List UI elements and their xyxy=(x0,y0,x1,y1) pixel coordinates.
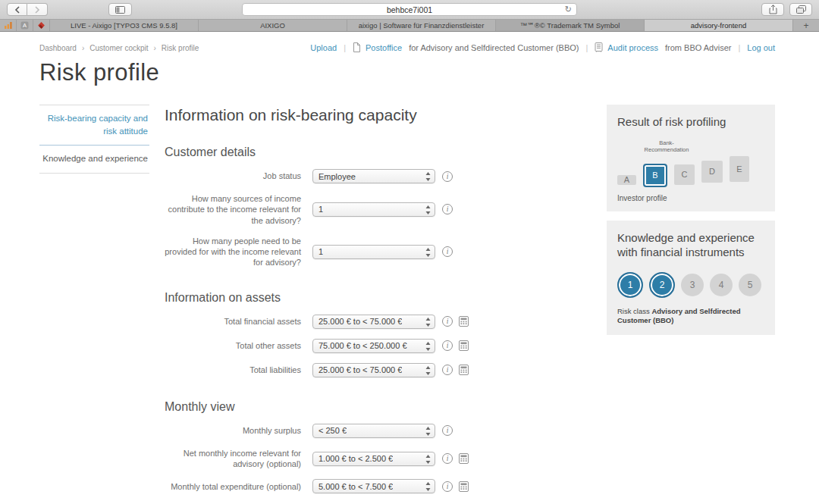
red-diamond-icon xyxy=(37,21,46,30)
info-icon[interactable]: i xyxy=(442,340,453,351)
letter-a-icon: A xyxy=(20,21,29,30)
reload-icon[interactable]: ↻ xyxy=(565,5,572,14)
postoffice-suffix: for Advisory and Selfdirected Customer (… xyxy=(409,43,579,52)
form-row-income-sources: How many sources of income contribute to… xyxy=(165,193,601,226)
select-value: 25.000 € to < 75.000 € xyxy=(318,317,402,326)
grade-box-e: E xyxy=(730,156,749,182)
total-other-assets-select[interactable]: 75.000 € to < 250.000 € xyxy=(312,339,435,353)
pinned-tab-aixigo[interactable] xyxy=(33,20,50,31)
level-scale: 1 2 3 4 5 xyxy=(617,272,764,298)
info-icon[interactable]: i xyxy=(442,246,453,257)
level-circle-4: 4 xyxy=(710,274,733,296)
info-icon[interactable]: i xyxy=(442,204,453,214)
info-icon[interactable]: i xyxy=(442,481,453,492)
select-value: 25.000 € to < 75.000 € xyxy=(318,365,402,374)
action-separator: | xyxy=(344,43,346,52)
field-label: Job status xyxy=(165,171,301,181)
grade-box-c: C xyxy=(674,164,695,185)
logout-link[interactable]: Log out xyxy=(747,43,775,52)
calculator-icon[interactable] xyxy=(459,481,469,492)
income-sources-select[interactable]: 1 xyxy=(312,202,435,217)
field-label: Monthly surplus xyxy=(165,425,301,436)
result-column: Result of risk profiling Bank- Recommend… xyxy=(607,105,775,503)
select-stepper-icon xyxy=(425,482,431,491)
tab-aixigo-software[interactable]: aixigo | Software für Finanzdienstleiste… xyxy=(347,20,496,31)
form-row-monthly-expenditure: Monthly total expenditure (optional) 5.0… xyxy=(165,479,601,493)
nav-buttons xyxy=(7,3,48,16)
select-stepper-icon xyxy=(425,366,431,375)
tab-advisory-frontend[interactable]: advisory-frontend xyxy=(645,20,793,31)
calculator-icon[interactable] xyxy=(459,316,469,327)
info-icon[interactable]: i xyxy=(442,425,453,436)
select-stepper-icon xyxy=(425,342,431,351)
breadcrumb-customer-cockpit[interactable]: Customer cockpit xyxy=(89,44,148,52)
monthly-surplus-select[interactable]: < 250 € xyxy=(312,424,435,438)
calculator-icon[interactable] xyxy=(459,365,469,375)
tab-overview-icon xyxy=(796,5,806,14)
form-row-net-monthly-income: Net monthly income relevant for advisory… xyxy=(165,448,601,470)
back-button[interactable] xyxy=(7,3,27,16)
job-status-select[interactable]: Employee xyxy=(312,169,435,183)
total-liabilities-select[interactable]: 25.000 € to < 75.000 € xyxy=(312,363,435,377)
field-label: Total financial assets xyxy=(165,316,301,327)
level-circle-5: 5 xyxy=(739,274,761,296)
section-title-monthly: Monthly view xyxy=(165,400,601,414)
action-separator: | xyxy=(738,43,740,52)
sidebar-item-knowledge[interactable]: Knowledge and experience xyxy=(39,146,149,174)
tab-typo3[interactable]: LIVE - Aixigo [TYPO3 CMS 9.5.8] xyxy=(50,20,199,31)
risk-profiling-panel: Result of risk profiling Bank- Recommend… xyxy=(607,105,775,211)
people-provided-select[interactable]: 1 xyxy=(312,245,435,259)
header-actions: Upload | Postoffice for Advisory and Sel… xyxy=(310,42,775,52)
audit-icon xyxy=(595,42,603,52)
new-tab-button[interactable]: + xyxy=(793,20,819,31)
info-icon[interactable]: i xyxy=(442,365,453,375)
share-button[interactable] xyxy=(761,3,784,16)
level-circle-1-selected: 1 xyxy=(617,272,643,298)
upload-link[interactable]: Upload xyxy=(310,43,337,52)
breadcrumb-separator: › xyxy=(82,44,84,52)
select-value: 1 xyxy=(318,247,323,256)
risk-profiling-title: Result of risk profiling xyxy=(617,114,764,130)
net-monthly-income-select[interactable]: 1.000 € to < 2.500 € xyxy=(312,452,435,466)
select-value: 1 xyxy=(318,205,323,214)
field-label: Total other assets xyxy=(165,340,301,351)
calculator-icon[interactable] xyxy=(459,340,469,351)
form-row-other-assets: Total other assets 75.000 € to < 250.000… xyxy=(165,339,601,353)
section-nav: Risk-bearing capacity and risk attitude … xyxy=(39,105,149,503)
level-circle-3: 3 xyxy=(681,274,704,296)
form-row-job-status: Job status Employee i xyxy=(165,169,601,183)
sidebar-toggle-button[interactable] xyxy=(108,3,132,16)
section-title-assets: Information on assets xyxy=(165,291,601,305)
tab-aixigo[interactable]: AIXIGO xyxy=(199,20,347,31)
breadcrumb-separator: › xyxy=(154,44,156,52)
tab-overview-button[interactable] xyxy=(789,3,812,16)
select-value: 1.000 € to < 2.500 € xyxy=(318,454,393,463)
field-label: Monthly total expenditure (optional) xyxy=(165,481,301,492)
info-icon[interactable]: i xyxy=(442,453,453,464)
breadcrumb-dashboard[interactable]: Dashboard xyxy=(39,44,77,52)
postoffice-link[interactable]: Postoffice xyxy=(366,43,402,52)
address-bar[interactable]: behbce7i001 ↻ xyxy=(242,3,577,16)
monthly-expenditure-select[interactable]: 5.000 € to < 7.500 € xyxy=(312,479,435,493)
calculator-icon[interactable] xyxy=(459,453,469,464)
tab-bar: A LIVE - Aixigo [TYPO3 CMS 9.5.8] AIXIGO… xyxy=(0,20,819,32)
knowledge-panel-title: Knowledge and experience with financial … xyxy=(617,230,764,260)
select-stepper-icon xyxy=(425,318,431,327)
level-circle-2-selected: 2 xyxy=(649,272,675,298)
forward-chevron-icon xyxy=(34,6,40,14)
back-chevron-icon xyxy=(14,6,20,14)
info-icon[interactable]: i xyxy=(442,316,453,327)
forward-button[interactable] xyxy=(27,3,48,16)
field-label: Total liabilities xyxy=(165,365,301,375)
select-stepper-icon xyxy=(425,427,431,436)
svg-text:A: A xyxy=(23,22,27,29)
audit-process-link[interactable]: Audit process xyxy=(607,43,658,52)
info-icon[interactable]: i xyxy=(442,171,453,182)
form-row-liabilities: Total liabilities 25.000 € to < 75.000 €… xyxy=(165,363,601,377)
total-financial-assets-select[interactable]: 25.000 € to < 75.000 € xyxy=(312,315,435,329)
tab-trademark[interactable]: ™℠®© Trademark TM Symbol xyxy=(496,20,645,31)
pinned-tab-analytics[interactable] xyxy=(0,20,17,31)
pinned-tab-a[interactable]: A xyxy=(17,20,33,31)
select-stepper-icon xyxy=(425,248,431,257)
sidebar-item-risk-bearing[interactable]: Risk-bearing capacity and risk attitude xyxy=(39,105,149,146)
